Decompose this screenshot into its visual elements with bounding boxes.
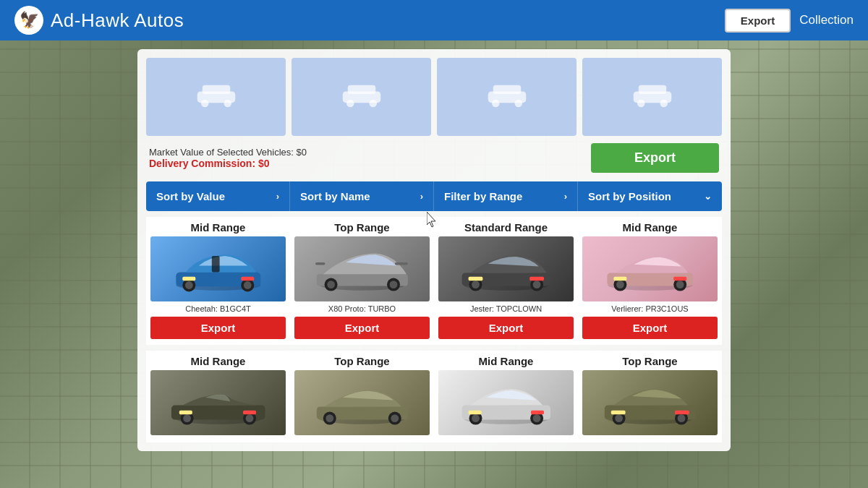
vehicle-name-4: Verlierer: PR3C1OUS: [582, 304, 718, 313]
vehicle-grid-row1: Mid Range Cheetah:: [146, 217, 722, 345]
vehicle-card-5: Mid Range: [146, 351, 290, 442]
export-button-4[interactable]: Export: [582, 317, 718, 339]
car-placeholder-icon-4: [627, 77, 678, 117]
svg-rect-23: [182, 277, 195, 281]
vehicle-card-4: Mid Range Verlierer: PR3C1OUS Export: [578, 217, 722, 345]
vehicle-slot-1[interactable]: [146, 58, 286, 136]
header: 🦅 Ad-Hawk Autos Export Collection: [0, 0, 868, 40]
vehicle-name-1: Cheetah: B1GC4T: [150, 304, 286, 313]
vehicle-img-6: [294, 370, 430, 435]
vehicle-range-7: Mid Range: [438, 355, 574, 367]
svg-point-44: [616, 281, 624, 288]
svg-point-62: [391, 414, 399, 422]
svg-rect-55: [179, 411, 192, 414]
svg-rect-27: [395, 262, 408, 265]
sort-by-name[interactable]: Sort by Name ›: [290, 181, 434, 211]
vehicle-img-7: [438, 370, 574, 435]
vehicle-card-3: Standard Range Jester: TOPCLOWN Export: [434, 217, 578, 345]
svg-point-52: [183, 414, 191, 422]
export-button-1[interactable]: Export: [150, 317, 286, 339]
svg-point-46: [676, 281, 684, 288]
header-title-bold: Ad-Hawk: [51, 9, 129, 31]
vehicle-range-3: Standard Range: [438, 221, 574, 234]
svg-rect-48: [673, 277, 686, 281]
market-value-label: Market Value of Selected Vehicles: $0: [149, 147, 307, 158]
svg-point-36: [472, 281, 480, 288]
vehicle-card-7: Mid Range: [434, 351, 578, 442]
svg-point-10: [492, 99, 500, 107]
vehicle-range-2: Top Range: [294, 221, 430, 234]
vehicle-range-4: Mid Range: [582, 221, 718, 234]
vehicle-img-4: [582, 236, 718, 301]
svg-point-3: [224, 99, 231, 107]
vehicle-grid-row2: Mid Range Top Range: [146, 351, 722, 442]
svg-point-15: [660, 99, 668, 107]
svg-point-20: [185, 281, 193, 289]
svg-rect-77: [611, 411, 626, 414]
vehicle-slots: [146, 58, 722, 136]
sort-name-arrow: ›: [420, 191, 423, 202]
main-panel: Market Value of Selected Vehicles: $0 De…: [137, 49, 731, 451]
svg-rect-24: [241, 277, 254, 281]
sort-value-label: Sort by Value: [156, 190, 225, 202]
svg-rect-5: [347, 85, 375, 93]
collection-button[interactable]: Collection: [799, 13, 854, 27]
vehicle-card-1: Mid Range Cheetah:: [146, 217, 290, 345]
filter-range-label: Filter by Range: [444, 190, 522, 202]
sort-position-arrow: ⌄: [704, 191, 712, 202]
vehicle-slot-4[interactable]: [582, 58, 722, 136]
vehicle-img-3: [438, 236, 574, 301]
vehicle-name-2: X80 Proto: TURBO: [294, 304, 430, 313]
vehicle-range-8: Top Range: [582, 355, 718, 367]
svg-point-14: [637, 99, 645, 107]
svg-point-2: [201, 99, 209, 107]
sort-by-value[interactable]: Sort by Value ›: [146, 181, 290, 211]
filter-by-range[interactable]: Filter by Range ›: [434, 181, 578, 211]
svg-point-22: [244, 281, 252, 289]
info-row: Market Value of Selected Vehicles: $0 De…: [146, 143, 722, 173]
vehicle-card-2: Top Range X80 Proto: TURBO Export: [290, 217, 434, 345]
vehicle-img-1: [150, 236, 286, 301]
svg-point-54: [245, 414, 253, 422]
vehicle-card-6: Top Range: [290, 351, 434, 442]
car-placeholder-icon-3: [482, 77, 532, 117]
market-info: Market Value of Selected Vehicles: $0 De…: [149, 147, 307, 169]
svg-point-11: [514, 99, 522, 107]
svg-point-74: [615, 414, 623, 422]
car-placeholder-icon-1: [191, 77, 242, 117]
svg-rect-70: [531, 411, 544, 414]
svg-point-68: [532, 414, 540, 422]
export-header-button[interactable]: Export: [725, 9, 791, 33]
export-button-2[interactable]: Export: [294, 317, 430, 339]
svg-rect-1: [202, 85, 230, 93]
export-button-3[interactable]: Export: [438, 317, 574, 339]
header-title: Ad-Hawk Autos: [51, 9, 184, 32]
sort-position-label: Sort by Position: [588, 190, 671, 202]
svg-rect-28: [315, 262, 326, 265]
header-title-normal: Autos: [129, 9, 184, 31]
vehicle-slot-2[interactable]: [292, 58, 431, 136]
svg-point-7: [369, 99, 377, 107]
logo-icon: 🦅: [14, 6, 43, 35]
vehicle-img-8: [582, 370, 718, 435]
svg-rect-39: [468, 277, 482, 281]
vehicle-range-1: Mid Range: [150, 221, 286, 234]
svg-rect-40: [529, 277, 544, 281]
svg-point-38: [532, 281, 540, 288]
svg-point-32: [389, 281, 397, 288]
svg-rect-9: [493, 85, 521, 93]
svg-point-6: [346, 99, 354, 107]
svg-rect-13: [638, 85, 666, 93]
sort-name-label: Sort by Name: [300, 190, 370, 202]
export-green-button[interactable]: Export: [591, 143, 719, 173]
delivery-commission-label: Delivery Commission: $0: [149, 158, 307, 169]
sort-by-position[interactable]: Sort by Position ⌄: [578, 181, 722, 211]
sort-bar: Sort by Value › Sort by Name › Filter by…: [146, 181, 722, 211]
svg-point-76: [677, 414, 685, 422]
header-left: 🦅 Ad-Hawk Autos: [14, 6, 184, 35]
filter-range-arrow: ›: [564, 191, 567, 202]
svg-point-30: [327, 281, 335, 288]
svg-rect-78: [675, 411, 689, 414]
vehicle-slot-3[interactable]: [437, 58, 576, 136]
vehicle-range-6: Top Range: [294, 355, 430, 367]
